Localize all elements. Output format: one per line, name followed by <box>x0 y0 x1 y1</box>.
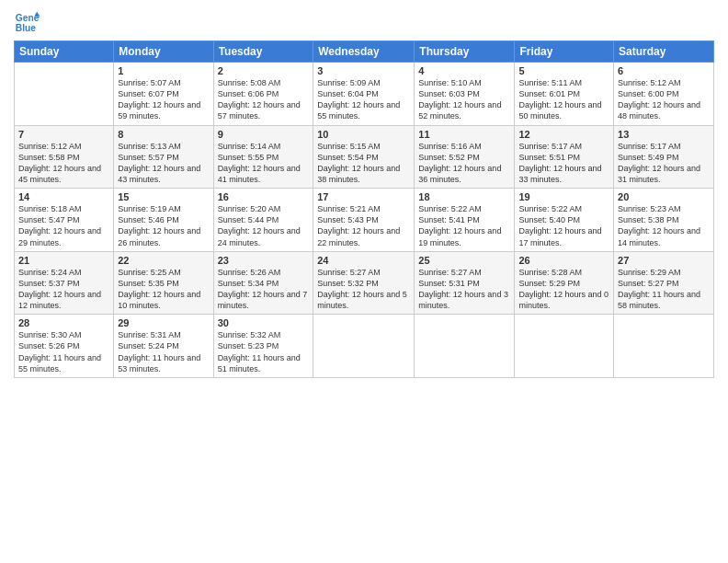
weekday-header-saturday: Saturday <box>614 41 714 63</box>
calendar-cell <box>515 315 614 378</box>
day-number: 24 <box>317 255 410 266</box>
calendar-cell: 13Sunrise: 5:17 AMSunset: 5:49 PMDayligh… <box>614 125 714 189</box>
weekday-header-row: SundayMondayTuesdayWednesdayThursdayFrid… <box>15 41 714 63</box>
calendar-cell: 7Sunrise: 5:12 AMSunset: 5:58 PMDaylight… <box>15 125 114 189</box>
weekday-header-wednesday: Wednesday <box>313 41 415 63</box>
cell-info: Sunrise: 5:27 AMSunset: 5:31 PMDaylight:… <box>418 267 510 312</box>
cell-info: Sunrise: 5:13 AMSunset: 5:57 PMDaylight:… <box>118 141 209 186</box>
calendar-cell: 9Sunrise: 5:14 AMSunset: 5:55 PMDaylight… <box>213 125 313 189</box>
cell-info: Sunrise: 5:27 AMSunset: 5:32 PMDaylight:… <box>317 267 410 312</box>
calendar-cell: 19Sunrise: 5:22 AMSunset: 5:40 PMDayligh… <box>515 189 614 252</box>
cell-info: Sunrise: 5:32 AMSunset: 5:23 PMDaylight:… <box>218 329 310 374</box>
day-number: 27 <box>618 255 710 266</box>
cell-info: Sunrise: 5:20 AMSunset: 5:44 PMDaylight:… <box>218 203 310 248</box>
weekday-header-friday: Friday <box>515 41 614 63</box>
cell-info: Sunrise: 5:15 AMSunset: 5:54 PMDaylight:… <box>317 141 410 186</box>
day-number: 25 <box>418 255 510 266</box>
calendar-cell <box>614 315 714 378</box>
day-number: 26 <box>518 255 609 266</box>
calendar-cell: 16Sunrise: 5:20 AMSunset: 5:44 PMDayligh… <box>213 189 313 252</box>
weekday-header-sunday: Sunday <box>15 41 114 63</box>
day-number: 15 <box>118 191 209 202</box>
calendar-cell: 26Sunrise: 5:28 AMSunset: 5:29 PMDayligh… <box>515 251 614 315</box>
day-number: 22 <box>118 255 209 266</box>
day-number: 21 <box>18 255 109 266</box>
calendar-cell: 27Sunrise: 5:29 AMSunset: 5:27 PMDayligh… <box>614 251 714 315</box>
cell-info: Sunrise: 5:24 AMSunset: 5:37 PMDaylight:… <box>18 267 109 312</box>
cell-info: Sunrise: 5:19 AMSunset: 5:46 PMDaylight:… <box>118 203 209 248</box>
day-number: 14 <box>18 191 109 202</box>
cell-info: Sunrise: 5:30 AMSunset: 5:26 PMDaylight:… <box>18 329 109 374</box>
calendar-cell: 8Sunrise: 5:13 AMSunset: 5:57 PMDaylight… <box>114 125 213 189</box>
day-number: 30 <box>218 317 310 328</box>
cell-info: Sunrise: 5:12 AMSunset: 6:00 PMDaylight:… <box>618 77 710 122</box>
day-number: 28 <box>18 317 109 328</box>
day-number: 1 <box>118 65 209 76</box>
cell-info: Sunrise: 5:12 AMSunset: 5:58 PMDaylight:… <box>18 141 109 186</box>
day-number: 2 <box>218 65 310 76</box>
cell-info: Sunrise: 5:10 AMSunset: 6:03 PMDaylight:… <box>418 77 510 122</box>
calendar-cell: 11Sunrise: 5:16 AMSunset: 5:52 PMDayligh… <box>415 125 515 189</box>
cell-info: Sunrise: 5:17 AMSunset: 5:49 PMDaylight:… <box>618 141 710 186</box>
cell-info: Sunrise: 5:14 AMSunset: 5:55 PMDaylight:… <box>218 141 310 186</box>
calendar-cell: 23Sunrise: 5:26 AMSunset: 5:34 PMDayligh… <box>213 251 313 315</box>
day-number: 13 <box>618 129 710 140</box>
cell-info: Sunrise: 5:22 AMSunset: 5:41 PMDaylight:… <box>418 203 510 248</box>
day-number: 10 <box>317 129 410 140</box>
cell-info: Sunrise: 5:21 AMSunset: 5:43 PMDaylight:… <box>317 203 410 248</box>
calendar-cell: 29Sunrise: 5:31 AMSunset: 5:24 PMDayligh… <box>114 315 213 378</box>
cell-info: Sunrise: 5:18 AMSunset: 5:47 PMDaylight:… <box>18 203 109 248</box>
cell-info: Sunrise: 5:22 AMSunset: 5:40 PMDaylight:… <box>518 203 609 248</box>
day-number: 7 <box>18 129 109 140</box>
calendar-cell: 17Sunrise: 5:21 AMSunset: 5:43 PMDayligh… <box>313 189 415 252</box>
day-number: 6 <box>618 65 710 76</box>
calendar-cell: 12Sunrise: 5:17 AMSunset: 5:51 PMDayligh… <box>515 125 614 189</box>
calendar-cell <box>313 315 415 378</box>
cell-info: Sunrise: 5:25 AMSunset: 5:35 PMDaylight:… <box>118 267 209 312</box>
day-number: 4 <box>418 65 510 76</box>
page-container: General Blue SundayMondayTuesdayWednesda… <box>0 0 728 387</box>
calendar-cell: 2Sunrise: 5:08 AMSunset: 6:06 PMDaylight… <box>213 63 313 126</box>
calendar-cell: 15Sunrise: 5:19 AMSunset: 5:46 PMDayligh… <box>114 189 213 252</box>
day-number: 19 <box>518 191 609 202</box>
calendar-cell: 22Sunrise: 5:25 AMSunset: 5:35 PMDayligh… <box>114 251 213 315</box>
day-number: 12 <box>518 129 609 140</box>
calendar-cell <box>15 63 114 126</box>
cell-info: Sunrise: 5:16 AMSunset: 5:52 PMDaylight:… <box>418 141 510 186</box>
cell-info: Sunrise: 5:29 AMSunset: 5:27 PMDaylight:… <box>618 267 710 312</box>
day-number: 23 <box>218 255 310 266</box>
cell-info: Sunrise: 5:23 AMSunset: 5:38 PMDaylight:… <box>618 203 710 248</box>
day-number: 11 <box>418 129 510 140</box>
calendar-cell: 3Sunrise: 5:09 AMSunset: 6:04 PMDaylight… <box>313 63 415 126</box>
cell-info: Sunrise: 5:17 AMSunset: 5:51 PMDaylight:… <box>518 141 609 186</box>
weekday-header-monday: Monday <box>114 41 213 63</box>
day-number: 18 <box>418 191 510 202</box>
day-number: 16 <box>218 191 310 202</box>
weekday-header-tuesday: Tuesday <box>213 41 313 63</box>
calendar-cell: 21Sunrise: 5:24 AMSunset: 5:37 PMDayligh… <box>15 251 114 315</box>
calendar-cell: 24Sunrise: 5:27 AMSunset: 5:32 PMDayligh… <box>313 251 415 315</box>
day-number: 17 <box>317 191 410 202</box>
logo-icon: General Blue <box>14 9 40 35</box>
calendar-cell: 4Sunrise: 5:10 AMSunset: 6:03 PMDaylight… <box>415 63 515 126</box>
calendar-cell <box>415 315 515 378</box>
week-row-4: 21Sunrise: 5:24 AMSunset: 5:37 PMDayligh… <box>15 251 714 315</box>
calendar-cell: 10Sunrise: 5:15 AMSunset: 5:54 PMDayligh… <box>313 125 415 189</box>
svg-text:Blue: Blue <box>16 23 37 33</box>
week-row-3: 14Sunrise: 5:18 AMSunset: 5:47 PMDayligh… <box>15 189 714 252</box>
cell-info: Sunrise: 5:31 AMSunset: 5:24 PMDaylight:… <box>118 329 209 374</box>
calendar-cell: 18Sunrise: 5:22 AMSunset: 5:41 PMDayligh… <box>415 189 515 252</box>
day-number: 29 <box>118 317 209 328</box>
day-number: 3 <box>317 65 410 76</box>
cell-info: Sunrise: 5:08 AMSunset: 6:06 PMDaylight:… <box>218 77 310 122</box>
calendar-cell: 28Sunrise: 5:30 AMSunset: 5:26 PMDayligh… <box>15 315 114 378</box>
cell-info: Sunrise: 5:28 AMSunset: 5:29 PMDaylight:… <box>518 267 609 312</box>
calendar-cell: 25Sunrise: 5:27 AMSunset: 5:31 PMDayligh… <box>415 251 515 315</box>
calendar-cell: 30Sunrise: 5:32 AMSunset: 5:23 PMDayligh… <box>213 315 313 378</box>
day-number: 5 <box>518 65 609 76</box>
cell-info: Sunrise: 5:09 AMSunset: 6:04 PMDaylight:… <box>317 77 410 122</box>
calendar-cell: 1Sunrise: 5:07 AMSunset: 6:07 PMDaylight… <box>114 63 213 126</box>
cell-info: Sunrise: 5:11 AMSunset: 6:01 PMDaylight:… <box>518 77 609 122</box>
day-number: 9 <box>218 129 310 140</box>
calendar-table: SundayMondayTuesdayWednesdayThursdayFrid… <box>14 40 714 378</box>
